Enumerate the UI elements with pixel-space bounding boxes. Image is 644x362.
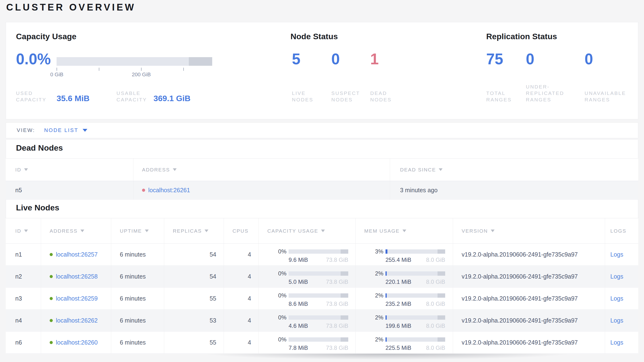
capacity-usage-cell: 0% 9.6 MiB 73.8 GiB: [259, 244, 356, 265]
node-id-cell: n1: [6, 244, 41, 265]
sort-desc-icon: [24, 168, 28, 171]
logs-link[interactable]: Logs: [610, 273, 623, 280]
column-label: MEM USAGE: [364, 228, 400, 234]
capacity-total: 73.8 GiB: [326, 257, 348, 263]
live-col-mem-usage[interactable]: MEM USAGE: [356, 218, 453, 243]
uptime-cell: 6 minutes: [111, 332, 164, 353]
mem-bar-fill: [386, 293, 387, 298]
capacity-bar-reserved: [340, 293, 348, 298]
live-col-version[interactable]: VERSION: [453, 218, 605, 243]
mem-used: 220.1 MiB: [386, 279, 411, 285]
capacity-bar: [288, 293, 348, 298]
live-col-address[interactable]: ADDRESS: [41, 218, 111, 243]
cpus-cell: 4: [224, 288, 259, 309]
node-address-link[interactable]: localhost:26261: [148, 187, 190, 194]
axis-tick-label: 0 GiB: [50, 72, 63, 78]
mem-percent: 2%: [364, 336, 383, 343]
total-ranges-count: 75: [486, 51, 503, 68]
mem-usage-cell: 2% 225.5 MiB 8.0 GiB: [356, 332, 453, 353]
logs-cell: Logs: [605, 288, 638, 309]
capacity-percent: 0%: [267, 248, 286, 255]
dead-col-address[interactable]: ADDRESS: [134, 158, 390, 181]
node-address-link[interactable]: localhost:26257: [56, 251, 98, 258]
mem-bar: [386, 337, 445, 342]
live-nodes-label: LIVE NODES: [292, 90, 314, 103]
live-col-capacity-usage[interactable]: CAPACITY USAGE: [259, 218, 356, 243]
dead-nodes-heading: Dead Nodes: [16, 143, 63, 152]
mem-total: 8.0 GiB: [426, 301, 445, 307]
column-label: ADDRESS: [142, 167, 170, 173]
live-col-uptime[interactable]: UPTIME: [111, 218, 164, 243]
dead-status-icon: [142, 189, 145, 192]
view-mode-selected: NODE LIST: [44, 127, 78, 133]
node-address-link[interactable]: localhost:26262: [56, 317, 98, 324]
logs-link[interactable]: Logs: [610, 317, 623, 324]
chevron-down-icon: [82, 129, 87, 132]
live-status-icon: [50, 297, 53, 300]
uptime-cell: 6 minutes: [111, 266, 164, 287]
capacity-bar-reserved: [340, 271, 348, 276]
node-id-cell: n3: [6, 288, 41, 309]
live-nodes-heading: Live Nodes: [16, 203, 59, 212]
mem-usage-cell: 2% 220.1 MiB 8.0 GiB: [356, 266, 453, 287]
replicas-cell: 55: [164, 288, 224, 309]
unavailable-ranges-label: UNAVAILABLE RANGES: [584, 90, 626, 103]
mem-bar-reserved: [438, 249, 446, 254]
view-bar: VIEW: NODE LIST: [6, 122, 638, 138]
live-col-replicas[interactable]: REPLICAS: [164, 218, 224, 243]
node-address-link[interactable]: localhost:26258: [56, 273, 98, 280]
axis-tick: [183, 68, 184, 71]
capacity-bar: [288, 315, 348, 320]
live-node-row: n1 localhost:26257 6 minutes 54 4 0% 9.6…: [6, 244, 638, 266]
mem-bar-fill: [386, 337, 387, 342]
live-nodes-table-header: ID ADDRESS UPTIME REPLICAS CPUS CAPACITY…: [6, 218, 638, 244]
logs-link[interactable]: Logs: [610, 339, 623, 346]
cpus-cell: 4: [224, 244, 259, 265]
capacity-usage-cell: 0% 5.0 MiB 73.8 GiB: [259, 266, 356, 287]
node-id-cell: n6: [6, 332, 41, 353]
capacity-bar-reserved: [340, 249, 348, 254]
page-title: CLUSTER OVERVIEW: [6, 2, 136, 13]
node-address-link[interactable]: localhost:26259: [56, 295, 98, 302]
capacity-percent: 0%: [267, 314, 286, 321]
column-label: ADDRESS: [50, 228, 78, 234]
dead-col-id[interactable]: ID: [6, 158, 134, 181]
live-node-row: n4 localhost:26262 6 minutes 53 4 0% 4.6…: [6, 310, 638, 332]
logs-cell: Logs: [605, 244, 638, 265]
node-address-link[interactable]: localhost:26260: [56, 339, 98, 346]
mem-bar: [386, 271, 445, 276]
logs-link[interactable]: Logs: [610, 295, 623, 302]
logs-link[interactable]: Logs: [610, 251, 623, 258]
usable-capacity-value: 369.1 GiB: [154, 94, 190, 103]
logs-cell: Logs: [605, 332, 638, 353]
replicas-cell: 53: [164, 310, 224, 331]
mem-used: 225.5 MiB: [386, 344, 411, 351]
mem-usage-cell: 2% 235.2 MiB 8.0 GiB: [356, 288, 453, 309]
nodes-tables-panel: Dead Nodes ID ADDRESS DEAD SINCE n5 loca…: [6, 140, 638, 354]
column-label: CPUS: [232, 228, 248, 234]
mem-bar-fill: [386, 271, 387, 276]
capacity-total: 73.8 GiB: [326, 301, 348, 307]
node-address-cell: localhost:26261: [134, 181, 390, 200]
capacity-total: 73.8 GiB: [326, 279, 348, 285]
mem-percent: 2%: [364, 314, 383, 321]
capacity-usage-cell: 0% 8.6 MiB 73.8 GiB: [259, 288, 356, 309]
mem-total: 8.0 GiB: [426, 279, 445, 285]
axis-tick: [141, 68, 142, 71]
version-cell: v19.2.0-alpha.20190606-2491-gfe735c9a97: [453, 244, 605, 265]
live-col-id[interactable]: ID: [6, 218, 41, 243]
axis-tick-label: 200 GiB: [132, 72, 151, 78]
capacity-used: 8.6 MiB: [288, 301, 308, 307]
replication-status-heading: Replication Status: [486, 32, 557, 41]
sort-desc-icon: [173, 168, 177, 171]
cpus-cell: 4: [224, 310, 259, 331]
mem-usage-cell: 2% 199.6 MiB 8.0 GiB: [356, 310, 453, 331]
dead-nodes-table-header: ID ADDRESS DEAD SINCE: [6, 158, 638, 181]
view-mode-dropdown[interactable]: NODE LIST: [44, 127, 87, 133]
usable-capacity-label: USABLE CAPACITY: [116, 90, 147, 103]
axis-tick: [56, 68, 57, 71]
mem-used: 199.6 MiB: [386, 322, 411, 329]
capacity-usage-heading: Capacity Usage: [16, 32, 76, 41]
dead-since-cell: 3 minutes ago: [390, 181, 638, 200]
dead-col-dead-since[interactable]: DEAD SINCE: [390, 158, 638, 181]
